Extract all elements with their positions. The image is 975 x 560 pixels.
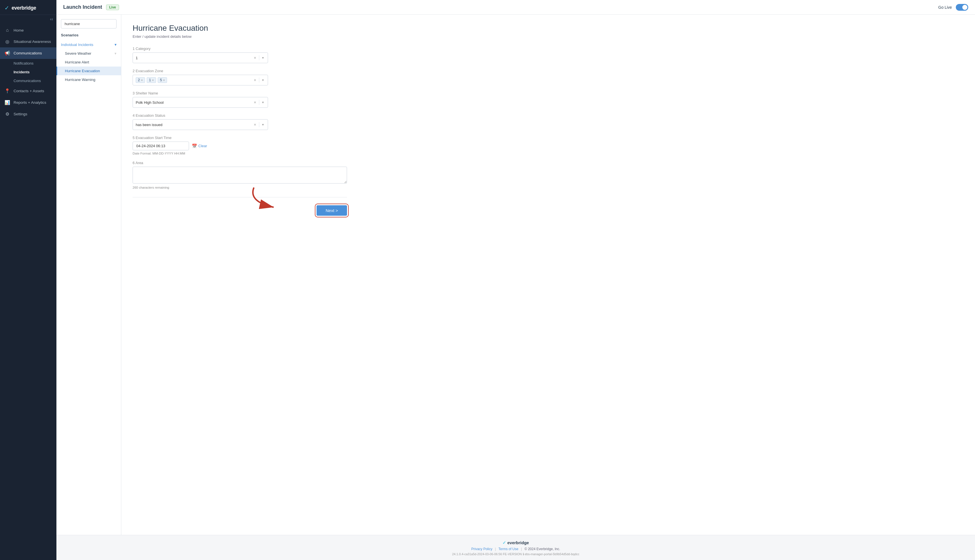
scenario-item-label: Severe Weather xyxy=(65,51,92,55)
sidebar-item-label: Situational Awareness xyxy=(13,40,51,44)
field-label-start-time: 5 Evacuation Start Time xyxy=(133,136,268,140)
sidebar-item-situational-awareness[interactable]: ◎ Situational Awareness xyxy=(0,36,57,47)
sidebar-item-label: Incidents xyxy=(13,70,30,74)
logo-icon: ✓ xyxy=(5,5,9,11)
scenario-item-hurricane-warning[interactable]: Hurricane Warning xyxy=(57,75,121,84)
select-evacuation-status[interactable]: has been issued × ▾ xyxy=(133,119,268,130)
chevron-down-icon[interactable]: ▾ xyxy=(261,56,265,60)
top-header: Launch Incident Live Go Live xyxy=(57,0,975,15)
select-clear-icon[interactable]: × xyxy=(253,100,257,105)
select-clear-icon[interactable]: × xyxy=(253,55,257,60)
chevron-down-icon[interactable]: ▾ xyxy=(261,78,265,82)
chevron-down-icon[interactable]: ▾ xyxy=(261,123,265,127)
footer-version: 24.1.0.4-ca31a5d-2024-03-06-06:56 FE-VER… xyxy=(57,552,975,556)
logo-text: everbridge xyxy=(12,5,36,11)
select-category[interactable]: 1 × ▾ xyxy=(133,52,268,63)
sidebar: ✓ everbridge ‹‹ ⌂ Home ◎ Situational Awa… xyxy=(0,0,57,560)
select-divider xyxy=(259,78,259,83)
sidebar-item-label: Communications xyxy=(13,51,42,55)
select-divider xyxy=(259,122,259,127)
terms-of-use-link[interactable]: Terms of Use xyxy=(499,547,519,551)
select-category-value: 1 xyxy=(136,56,251,60)
field-label-evacuation-status: 4 Evacuation Status xyxy=(133,113,268,118)
form-divider xyxy=(133,197,347,197)
select-shelter-name[interactable]: Polk High School × ▾ xyxy=(133,97,268,108)
sidebar-item-reports-analytics[interactable]: 📊 Reports + Analytics xyxy=(0,97,57,108)
footer-links: Privacy Policy | Terms of Use | © 2024 E… xyxy=(57,547,975,551)
privacy-policy-link[interactable]: Privacy Policy xyxy=(471,547,492,551)
select-shelter-value: Polk High School xyxy=(136,100,251,105)
sidebar-collapse-button[interactable]: ‹‹ xyxy=(0,15,57,23)
select-divider xyxy=(259,100,259,105)
sidebar-item-incidents[interactable]: Incidents xyxy=(0,68,57,77)
home-icon: ⌂ xyxy=(5,28,10,33)
footer-logo: ✓ everbridge xyxy=(57,540,975,545)
field-area: 6 Area 260 characters remaining xyxy=(133,161,347,189)
field-label-evacuation-zone: 2 Evacuation Zone xyxy=(133,69,268,73)
sidebar-item-notifications[interactable]: Notifications xyxy=(0,59,57,68)
main-content: Launch Incident Live Go Live Scenarios I… xyxy=(57,0,975,560)
sidebar-item-label: Home xyxy=(13,28,24,32)
scenario-group-label: Individual Incidents xyxy=(61,43,93,47)
field-label-shelter-name: 3 Shelter Name xyxy=(133,91,268,95)
sidebar-item-label: Settings xyxy=(13,112,27,116)
form-title: Hurricane Evacuation xyxy=(133,24,964,33)
footer-logo-check: ✓ xyxy=(503,540,506,545)
scenario-item-hurricane-evacuation[interactable]: Hurricane Evacuation xyxy=(57,67,121,75)
go-live-label: Go Live xyxy=(938,5,952,10)
scenario-group-individual-incidents: Individual Incidents ▾ Severe Weather ▾ … xyxy=(57,40,121,84)
sidebar-item-communications-sub[interactable]: Communications xyxy=(0,77,57,85)
copyright-text: © 2024 Everbridge, Inc. xyxy=(524,547,560,551)
select-clear-icon[interactable]: × xyxy=(253,122,257,127)
tag-5: 5 × xyxy=(158,77,167,83)
area-textarea[interactable] xyxy=(133,167,347,183)
next-btn-container: Next > xyxy=(133,205,347,216)
collapse-icon: ‹‹ xyxy=(50,17,53,22)
tag-remove-icon[interactable]: × xyxy=(152,78,154,82)
field-category: 1 Category 1 × ▾ xyxy=(133,47,268,63)
sidebar-item-label: Reports + Analytics xyxy=(13,100,46,105)
sidebar-item-contacts-assets[interactable]: 📍 Contacts + Assets xyxy=(0,85,57,97)
datetime-row: 📅 Clear xyxy=(133,142,268,150)
select-evacuation-zone[interactable]: 2 × 1 × 5 × × ▾ xyxy=(133,75,268,85)
sidebar-item-communications[interactable]: 📢 Communications xyxy=(0,47,57,59)
scenario-group-header[interactable]: Individual Incidents ▾ xyxy=(57,40,121,49)
sidebar-item-home[interactable]: ⌂ Home xyxy=(0,25,57,36)
next-button-row: Next > xyxy=(133,205,347,216)
clear-datetime-link[interactable]: 📅 Clear xyxy=(192,143,207,148)
date-format-hint: Date Format: MM-DD-YYYY HH:MM xyxy=(133,152,268,155)
go-live-toggle[interactable] xyxy=(956,4,968,11)
chevron-down-icon: ▾ xyxy=(115,42,117,47)
reports-icon: 📊 xyxy=(5,100,10,105)
select-clear-icon[interactable]: × xyxy=(253,78,257,82)
page-title: Launch Incident xyxy=(63,4,102,10)
content-body: Scenarios Individual Incidents ▾ Severe … xyxy=(57,15,975,535)
scenario-item-hurricane-alert[interactable]: Hurricane Alert xyxy=(57,58,121,67)
char-hint: 260 characters remaining xyxy=(133,186,347,189)
next-button[interactable]: Next > xyxy=(317,205,347,216)
tag-1: 1 × xyxy=(147,77,156,83)
search-box xyxy=(61,19,117,28)
datetime-input[interactable] xyxy=(133,142,189,150)
chevron-down-icon[interactable]: ▾ xyxy=(261,100,265,104)
sidebar-item-settings[interactable]: ⚙ Settings xyxy=(0,108,57,120)
tag-remove-icon[interactable]: × xyxy=(163,78,165,82)
field-label-area: 6 Area xyxy=(133,161,347,165)
scenarios-section-title: Scenarios xyxy=(57,33,121,40)
sidebar-item-label: Communications xyxy=(13,79,41,83)
form-subtitle: Enter / update incident details below xyxy=(133,34,964,38)
field-evacuation-status: 4 Evacuation Status has been issued × ▾ xyxy=(133,113,268,130)
tag-remove-icon[interactable]: × xyxy=(141,78,143,82)
scenario-item-severe-weather[interactable]: Severe Weather ▾ xyxy=(57,49,121,58)
live-badge: Live xyxy=(106,5,119,10)
sidebar-logo: ✓ everbridge xyxy=(0,0,57,15)
select-divider xyxy=(259,55,259,60)
sidebar-nav: ⌂ Home ◎ Situational Awareness 📢 Communi… xyxy=(0,23,57,560)
tag-2: 2 × xyxy=(136,77,145,83)
search-input[interactable] xyxy=(61,19,117,28)
scenario-item-label: Hurricane Warning xyxy=(65,78,95,82)
scenario-item-label: Hurricane Alert xyxy=(65,60,89,64)
scenario-item-label: Hurricane Evacuation xyxy=(65,69,100,73)
scenarios-panel: Scenarios Individual Incidents ▾ Severe … xyxy=(57,15,121,535)
field-evacuation-zone: 2 Evacuation Zone 2 × 1 × 5 × × ▾ xyxy=(133,69,268,85)
